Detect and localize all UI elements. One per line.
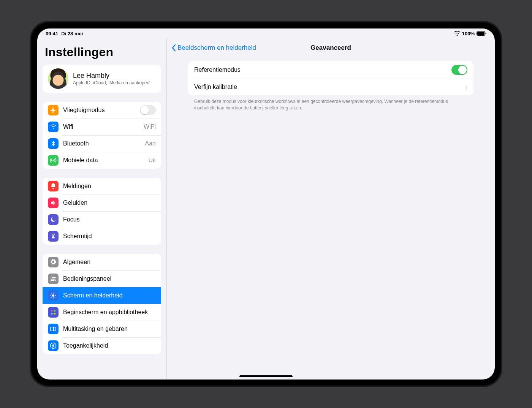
general-group: Algemeen Bedieningspaneel Scherm en held… (43, 254, 161, 354)
svg-line-14 (55, 294, 55, 294)
wifi-label: Wifi (63, 123, 139, 130)
hourglass-icon (48, 231, 59, 242)
row-wifi[interactable]: Wifi WiFi (43, 119, 161, 135)
battery-icon (477, 31, 486, 36)
wifi-icon (454, 31, 460, 36)
advanced-panel: Referentiemodus Verfijn kalibratie › (188, 61, 473, 95)
notifications-label: Meldingen (63, 183, 156, 190)
row-reference-mode[interactable]: Referentiemodus (188, 61, 473, 79)
accessibility-icon (48, 340, 59, 351)
antenna-icon (48, 155, 59, 166)
svg-rect-18 (51, 313, 53, 315)
svg-rect-20 (51, 327, 54, 331)
sounds-label: Geluiden (63, 199, 156, 206)
row-display[interactable]: Scherm en helderheid (43, 287, 161, 304)
row-bluetooth[interactable]: Bluetooth Aan (43, 135, 161, 152)
row-general[interactable]: Algemeen (43, 254, 161, 270)
panel-footer-text: Gebruik deze modus voor kleurkritische w… (188, 95, 473, 114)
accessibility-label: Toegankelijkheid (63, 342, 156, 349)
row-fine-tune[interactable]: Verfijn kalibratie › (188, 79, 473, 95)
cellular-value: Uit (148, 157, 156, 164)
profile-card[interactable]: Lee Hambly Apple ID, iCloud, 'Media en a… (43, 65, 161, 93)
bluetooth-icon (48, 138, 59, 149)
detail-pane: Beeldscherm en helderheid Geavanceerd Re… (166, 38, 495, 380)
detail-navbar: Beeldscherm en helderheid Geavanceerd (167, 38, 495, 57)
ipad-frame: 09:41 Di 28 mei 100% Instellingen (30, 22, 502, 386)
profile-name: Lee Hambly (73, 72, 150, 80)
multitasking-label: Multitasking en gebaren (63, 326, 156, 332)
bluetooth-label: Bluetooth (63, 140, 141, 147)
back-button[interactable]: Beeldscherm en helderheid (167, 44, 256, 52)
home-indicator[interactable] (239, 375, 293, 377)
connectivity-group: Vliegtuigmodus Wifi WiFi (43, 102, 161, 169)
chevron-left-icon (171, 44, 176, 52)
status-bar: 09:41 Di 28 mei 100% (37, 28, 495, 38)
row-cellular[interactable]: Mobiele data Uit (43, 152, 161, 169)
svg-point-23 (53, 344, 54, 345)
reference-mode-toggle[interactable] (451, 65, 467, 75)
svg-line-13 (55, 297, 55, 298)
screentime-label: Schermtijd (63, 233, 156, 240)
gear-icon (48, 257, 59, 267)
control-center-label: Bedieningspaneel (63, 275, 156, 282)
row-accessibility[interactable]: Toegankelijkheid (43, 337, 161, 354)
status-time: 09:41 (46, 31, 58, 36)
svg-rect-21 (54, 327, 56, 331)
avatar (48, 68, 68, 89)
row-focus[interactable]: Focus (43, 211, 161, 228)
bluetooth-value: Aan (145, 140, 156, 147)
display-label: Scherm en helderheid (63, 292, 156, 299)
svg-point-5 (51, 277, 52, 278)
speaker-icon (48, 198, 59, 208)
svg-rect-16 (51, 310, 53, 312)
status-battery-percent: 100% (462, 31, 475, 36)
svg-line-15 (51, 297, 52, 298)
airplane-toggle[interactable] (140, 105, 156, 115)
general-label: Algemeen (63, 259, 156, 266)
airplane-label: Vliegtuigmodus (63, 107, 135, 114)
profile-sub: Apple ID, iCloud, 'Media en aankopen' (73, 80, 150, 85)
bell-icon (48, 181, 59, 191)
row-sounds[interactable]: Geluiden (43, 195, 161, 211)
brightness-icon (48, 290, 59, 301)
row-multitasking[interactable]: Multitasking en gebaren (43, 321, 161, 337)
svg-point-6 (54, 280, 55, 281)
home-label: Beginscherm en appbibliotheek (63, 309, 156, 316)
fine-tune-label: Verfijn kalibratie (194, 84, 465, 90)
back-label: Beeldscherm en helderheid (177, 44, 256, 52)
row-airplane[interactable]: Vliegtuigmodus (43, 102, 161, 119)
wifi-icon (48, 122, 59, 132)
screen: 09:41 Di 28 mei 100% Instellingen (37, 28, 495, 380)
chevron-right-icon: › (465, 83, 467, 91)
row-home[interactable]: Beginscherm en appbibliotheek (43, 304, 161, 321)
svg-rect-19 (54, 313, 56, 315)
row-control-center[interactable]: Bedieningspaneel (43, 270, 161, 287)
svg-point-7 (52, 294, 54, 297)
svg-rect-17 (54, 310, 56, 312)
switches-icon (48, 274, 59, 284)
cellular-label: Mobiele data (63, 157, 144, 164)
grid-icon (48, 307, 59, 318)
svg-rect-1 (477, 32, 484, 35)
alerts-group: Meldingen Geluiden Focus (43, 178, 161, 245)
moon-icon (48, 214, 59, 225)
row-notifications[interactable]: Meldingen (43, 178, 161, 195)
sidebar: Instellingen Lee Hambly Apple ID, iCloud… (37, 38, 166, 380)
reference-mode-label: Referentiemodus (194, 66, 451, 73)
svg-rect-2 (486, 33, 486, 35)
wifi-value: WiFi (144, 123, 156, 130)
multitask-icon (48, 324, 59, 334)
status-date: Di 28 mei (61, 31, 83, 36)
row-screentime[interactable]: Schermtijd (43, 228, 161, 245)
settings-title: Instellingen (40, 38, 164, 65)
airplane-icon (48, 105, 59, 115)
svg-line-12 (51, 294, 52, 294)
focus-label: Focus (63, 216, 156, 223)
